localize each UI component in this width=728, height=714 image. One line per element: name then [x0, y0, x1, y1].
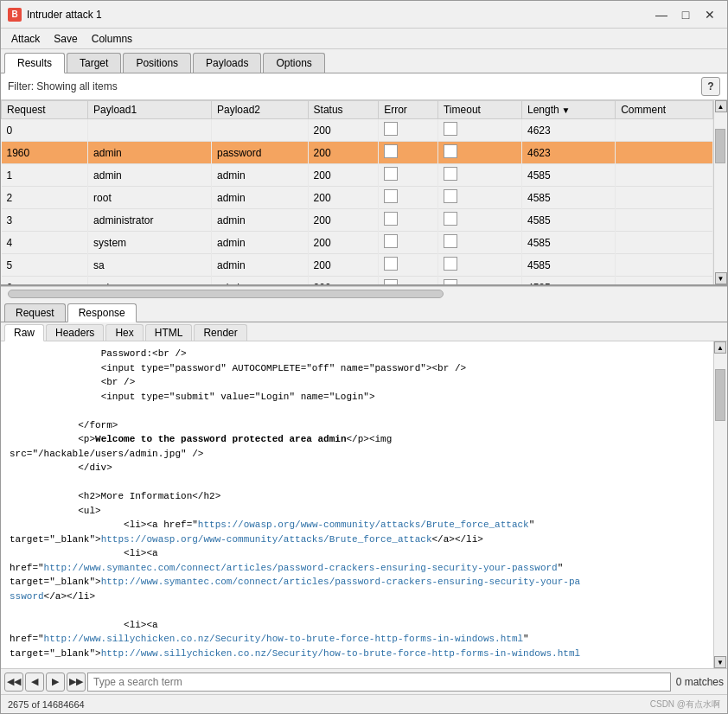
table-scroll[interactable]: Request Payload1 Payload2 Status Error T… [1, 100, 727, 284]
table-row[interactable]: 3administratoradmin2004585 [2, 209, 713, 232]
response-scroll-track[interactable] [714, 354, 727, 656]
minimize-button[interactable]: — [651, 5, 672, 24]
cell-comment [616, 164, 713, 187]
cell-status: 200 [308, 142, 379, 164]
timeout-checkbox[interactable] [444, 122, 457, 136]
search-next-button[interactable]: ▶ [46, 673, 65, 692]
search-prev-button[interactable]: ◀ [25, 673, 44, 692]
menu-attack[interactable]: Attack [4, 31, 47, 47]
error-checkbox[interactable] [384, 122, 398, 136]
table-scroll-up[interactable]: ▲ [715, 100, 727, 112]
cell-payload1: administrator [88, 209, 212, 232]
response-vscrollbar[interactable]: ▲ ▼ [713, 341, 727, 668]
watermark: CSDN @有点水啊 [650, 698, 720, 711]
timeout-checkbox[interactable] [444, 144, 457, 158]
col-payload1[interactable]: Payload1 [88, 101, 212, 119]
cell-payload2: admin [211, 164, 308, 187]
col-timeout[interactable]: Timeout [437, 101, 521, 119]
timeout-checkbox[interactable] [444, 167, 457, 181]
cell-payload2 [211, 119, 308, 142]
tab-options[interactable]: Options [263, 53, 324, 73]
cell-payload1: system [88, 232, 212, 254]
cell-error [379, 254, 438, 277]
table-row[interactable]: 02004623 [2, 119, 713, 142]
timeout-checkbox[interactable] [444, 279, 457, 284]
table-row[interactable]: 4systemadmin2004585 [2, 232, 713, 254]
cell-comment [616, 119, 713, 142]
cell-payload1: admin [88, 164, 212, 187]
matches-count: 0 matches [676, 676, 724, 688]
error-checkbox[interactable] [384, 167, 398, 181]
cell-comment [616, 232, 713, 254]
cell-status: 200 [308, 119, 379, 142]
error-checkbox[interactable] [384, 189, 398, 203]
response-scroll-down[interactable]: ▼ [714, 656, 726, 668]
cell-payload2: admin [211, 187, 308, 209]
timeout-checkbox[interactable] [444, 189, 457, 203]
table-row[interactable]: 1960adminpassword2004623 [2, 142, 713, 164]
maximize-button[interactable]: □ [675, 5, 696, 24]
results-table: Request Payload1 Payload2 Status Error T… [1, 100, 713, 284]
h-scroll-bar[interactable] [1, 286, 727, 300]
cell-length: 4585 [521, 164, 615, 187]
tab-target[interactable]: Target [67, 53, 121, 73]
cell-comment [616, 209, 713, 232]
timeout-checkbox[interactable] [444, 212, 457, 226]
error-checkbox[interactable] [384, 212, 398, 226]
table-scroll-down[interactable]: ▼ [715, 272, 727, 284]
filter-bar: Filter: Showing all items ? [1, 73, 727, 100]
code-scroll[interactable]: Password:<br /> <input type="password" A… [1, 341, 727, 668]
inner-tab-hex[interactable]: Hex [105, 324, 143, 341]
table-row[interactable]: 5saadmin2004585 [2, 254, 713, 277]
sub-tab-request[interactable]: Request [4, 303, 66, 322]
response-scroll-thumb[interactable] [715, 369, 725, 421]
inner-tab-raw[interactable]: Raw [4, 324, 44, 341]
cell-length: 4623 [521, 142, 615, 164]
col-status[interactable]: Status [308, 101, 379, 119]
filter-text: Filter: Showing all items [8, 80, 694, 92]
col-length[interactable]: Length [521, 101, 615, 119]
inner-tab-headers[interactable]: Headers [46, 324, 104, 341]
error-checkbox[interactable] [384, 234, 398, 248]
error-checkbox[interactable] [384, 257, 398, 271]
tab-positions[interactable]: Positions [123, 53, 191, 73]
h-scroll-thumb[interactable] [8, 290, 444, 298]
table-row[interactable]: 6webadmin2004585 [2, 277, 713, 285]
col-request[interactable]: Request [2, 101, 88, 119]
col-error[interactable]: Error [379, 101, 438, 119]
sub-tab-response[interactable]: Response [67, 303, 137, 322]
code-content: Password:<br /> <input type="password" A… [1, 341, 713, 666]
cell-status: 200 [308, 164, 379, 187]
help-button[interactable]: ? [701, 77, 720, 96]
table-scroll-thumb[interactable] [715, 129, 725, 163]
search-input[interactable] [87, 673, 671, 692]
window-title: Intruder attack 1 [27, 9, 651, 21]
col-comment[interactable]: Comment [616, 101, 713, 119]
cell-payload1: admin [88, 142, 212, 164]
table-row[interactable]: 1adminadmin2004585 [2, 164, 713, 187]
cell-request: 3 [2, 209, 88, 232]
timeout-checkbox[interactable] [444, 257, 457, 271]
search-next-next-button[interactable]: ▶▶ [67, 673, 86, 692]
tab-results[interactable]: Results [4, 53, 65, 73]
response-scroll-up[interactable]: ▲ [714, 341, 726, 354]
cell-error [379, 187, 438, 209]
table-scroll-track[interactable] [714, 112, 727, 272]
window-controls: — □ ✕ [651, 5, 720, 24]
menu-columns[interactable]: Columns [85, 31, 139, 47]
cell-request: 5 [2, 254, 88, 277]
tab-payloads[interactable]: Payloads [193, 53, 261, 73]
timeout-checkbox[interactable] [444, 234, 457, 248]
cell-request: 6 [2, 277, 88, 285]
table-row[interactable]: 2rootadmin2004585 [2, 187, 713, 209]
close-button[interactable]: ✕ [699, 5, 720, 24]
error-checkbox[interactable] [384, 144, 398, 158]
menu-save[interactable]: Save [47, 31, 84, 47]
search-prev-prev-button[interactable]: ◀◀ [4, 673, 23, 692]
table-vscrollbar[interactable]: ▲ ▼ [713, 100, 727, 284]
col-payload2[interactable]: Payload2 [211, 101, 308, 119]
error-checkbox[interactable] [384, 279, 398, 284]
cell-timeout [437, 254, 521, 277]
inner-tab-html[interactable]: HTML [145, 324, 193, 341]
inner-tab-render[interactable]: Render [194, 324, 246, 341]
